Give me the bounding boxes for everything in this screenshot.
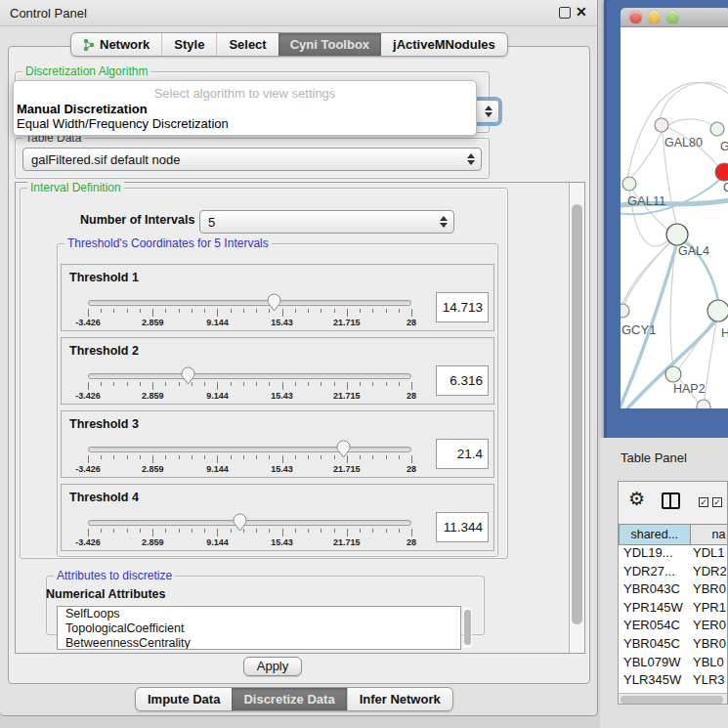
network-node[interactable] <box>655 118 668 132</box>
cell-shared-name: YDL19... <box>619 545 693 564</box>
network-edge[interactable] <box>660 82 726 119</box>
slider-tick-labels: -3.4262.8599.14415.4321.71528 <box>88 464 411 475</box>
threshold-value-field[interactable]: 6.316 <box>436 365 489 396</box>
cell-name: YDL1 <box>693 545 728 564</box>
close-icon[interactable]: ✕ <box>576 4 587 20</box>
cell-shared-name: YDR27... <box>619 564 693 582</box>
close-traffic-light[interactable] <box>629 11 642 23</box>
cell-shared-name: YBR045C <box>619 636 693 655</box>
minimize-traffic-light[interactable] <box>648 11 661 23</box>
dropdown-item-equal-width[interactable]: Equal Width/Frequency Discretization <box>14 116 476 131</box>
slider-thumb[interactable] <box>181 366 195 385</box>
dropdown-item-manual[interactable]: Manual Discretization <box>14 102 476 116</box>
table-data-combobox-value: galFiltered.sif default node <box>31 152 180 167</box>
network-node[interactable] <box>697 400 710 408</box>
column-header-name[interactable]: na <box>691 524 728 545</box>
checkbox-icon[interactable]: ✓ <box>712 497 722 507</box>
slider-thumb[interactable] <box>233 513 247 532</box>
network-window-titlebar[interactable] <box>621 8 728 27</box>
table-horizontal-scrollbar[interactable] <box>619 693 728 704</box>
tab-jactivemnodules[interactable]: jActiveMNodules <box>381 33 507 56</box>
table-row[interactable]: YBR043C YBR0 <box>619 581 728 600</box>
threshold-value-field[interactable]: 14.713 <box>436 292 489 322</box>
number-of-intervals-value: 5 <box>208 215 215 230</box>
threshold-slider-track[interactable] <box>88 373 411 379</box>
table-row[interactable]: YBR045C YBR0 <box>619 636 728 655</box>
slider-thumb[interactable] <box>336 440 351 458</box>
network-canvas[interactable]: GAL80GAGAL11CGAL4GCY1HHAP2 <box>621 27 728 408</box>
tab-network[interactable]: Network <box>71 33 161 56</box>
table-rows: YDL19... YDL1 YDR27... YDR2 YBR043C YBR0… <box>619 545 728 693</box>
network-node[interactable] <box>715 163 728 181</box>
list-item[interactable]: SelfLoops <box>58 607 460 621</box>
control-panel-window: Control Panel ✕ Discretization Algorithm… <box>0 0 598 716</box>
threshold-slider-track[interactable] <box>88 520 411 526</box>
window-title: Control Panel <box>10 6 87 21</box>
settings-vertical-scrollbar[interactable] <box>569 183 584 653</box>
stepper-arrows-icon <box>485 106 492 117</box>
threshold-value-field[interactable]: 11.344 <box>436 512 489 542</box>
cell-shared-name: YLR345W <box>619 672 693 691</box>
cell-shared-name: YBR043C <box>619 581 693 600</box>
slider-tick-labels: -3.4262.8599.14415.4321.71528 <box>88 537 411 548</box>
cell-name: YBR0 <box>693 636 728 655</box>
table-row[interactable]: YLR345W YLR3 <box>619 672 728 691</box>
threshold-slider-track[interactable] <box>88 447 411 452</box>
stepper-arrows-icon <box>467 153 475 165</box>
stepper-arrows-icon <box>440 216 448 228</box>
network-node[interactable] <box>621 304 629 318</box>
tab-style[interactable]: Style <box>161 33 216 56</box>
table-row[interactable]: YDR27... YDR2 <box>619 564 728 582</box>
network-node[interactable] <box>707 300 728 321</box>
table-panel-title: Table Panel <box>621 450 687 465</box>
cyni-mode-tabs: Impute Data Discretize Data Infer Networ… <box>135 687 453 711</box>
group-title: Discretization Algorithm <box>22 64 150 78</box>
float-window-icon[interactable] <box>559 7 571 19</box>
network-node[interactable] <box>665 366 681 382</box>
scrollbar-thumb[interactable] <box>572 204 582 624</box>
control-panel-tabs: Network Style Select Cyni Toolbox jActiv… <box>70 32 508 57</box>
network-node[interactable] <box>622 177 636 191</box>
zoom-traffic-light[interactable] <box>666 11 679 23</box>
list-item[interactable]: TopologicalCoefficient <box>58 621 460 636</box>
threshold-row: Threshold 2 -3.4262.8599.14415.4321.7152… <box>61 337 494 405</box>
dropdown-prompt[interactable]: Select algorithm to view settings <box>14 81 476 102</box>
network-node[interactable] <box>710 122 724 136</box>
tab-discretize-data[interactable]: Discretize Data <box>232 688 346 710</box>
tab-select[interactable]: Select <box>216 33 278 56</box>
tab-cyni-toolbox[interactable]: Cyni Toolbox <box>278 33 381 56</box>
column-layout-icon[interactable] <box>662 492 680 509</box>
tab-infer-network[interactable]: Infer Network <box>347 688 452 710</box>
cell-shared-name: YER054C <box>619 618 693 636</box>
number-of-intervals-combobox[interactable]: 5 <box>199 210 454 234</box>
numerical-attributes-list[interactable]: SelfLoopsTopologicalCoefficientBetweenne… <box>57 606 461 650</box>
network-node[interactable] <box>666 224 688 245</box>
column-header-shared-name[interactable]: shared... <box>619 524 691 545</box>
table-row[interactable]: YPR145W YPR1 <box>619 600 728 619</box>
tab-impute-data[interactable]: Impute Data <box>136 688 232 710</box>
attributes-list-scrollbar[interactable] <box>463 608 472 648</box>
table-row[interactable]: YBL079W YBL0 <box>619 655 728 673</box>
gear-icon[interactable]: ⚙ <box>628 488 645 510</box>
network-node-label: GAL4 <box>678 244 709 258</box>
apply-button[interactable]: Apply <box>243 657 302 676</box>
table-row[interactable]: YER054C YER0 <box>619 618 728 636</box>
table-data-combobox[interactable]: galFiltered.sif default node <box>22 148 482 171</box>
tab-content-panel: Discretization Algorithm Select algorith… <box>8 46 590 684</box>
slider-thumb[interactable] <box>267 293 281 312</box>
threshold-label: Threshold 1 <box>69 271 139 284</box>
cell-name: YDR2 <box>693 564 728 582</box>
table-row[interactable]: YDL19... YDL1 <box>619 545 728 564</box>
threshold-slider-track[interactable] <box>88 300 411 306</box>
list-item[interactable]: BetweennessCentrality <box>58 636 460 650</box>
network-node-label: GAL11 <box>627 193 666 208</box>
threshold-value-field[interactable]: 21.4 <box>436 439 489 469</box>
checkbox-icon[interactable]: ✓ <box>699 497 708 507</box>
network-edge[interactable] <box>631 132 662 178</box>
threshold-row: Threshold 4 -3.4262.8599.14415.4321.7152… <box>61 484 494 551</box>
settings-scrollpane: Interval Definition Number of Intervals … <box>15 182 585 654</box>
slider-tick-labels: -3.4262.8599.14415.4321.71528 <box>88 391 411 402</box>
cell-shared-name: YBL079W <box>619 655 693 673</box>
network-edge[interactable] <box>668 119 711 125</box>
desktop: Control Panel ✕ Discretization Algorithm… <box>0 0 728 728</box>
